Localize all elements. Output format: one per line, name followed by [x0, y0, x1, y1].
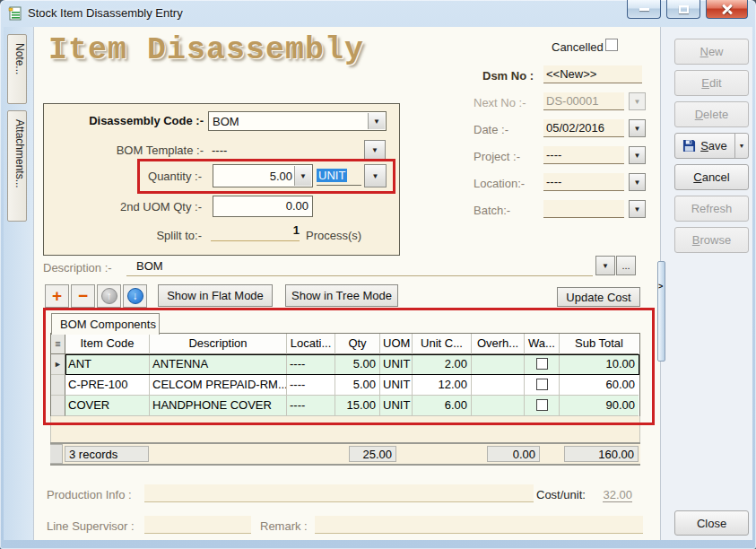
disassembly-form-panel: Disassembly Code :- BOM ▼ BOM Template :…: [43, 103, 400, 256]
disassembly-code-combo[interactable]: BOM ▼: [208, 111, 387, 131]
overhead-total: 0.00: [487, 446, 540, 462]
new-button[interactable]: New: [674, 39, 749, 65]
row-selector[interactable]: [51, 375, 65, 396]
location-field[interactable]: ----: [543, 173, 624, 191]
disassembly-code-dropdown[interactable]: ▼: [368, 113, 385, 129]
bom-template-value[interactable]: ----: [212, 144, 227, 157]
row-selector[interactable]: [51, 396, 65, 416]
table-row[interactable]: COVER HANDPHONE COVER ---- 15.00 UNIT 6.…: [51, 396, 639, 416]
date-field[interactable]: 05/02/2016: [543, 119, 624, 137]
cell-description[interactable]: HANDPHONE COVER: [150, 396, 287, 416]
col-sub-total[interactable]: Sub Total: [560, 334, 639, 354]
minimize-button[interactable]: [627, 0, 661, 19]
col-location[interactable]: Locati...: [287, 334, 335, 354]
cell-uom[interactable]: UNIT: [380, 396, 413, 416]
batch-label: Batch:-: [474, 204, 510, 217]
cell-qty[interactable]: 5.00: [335, 375, 380, 396]
move-down-button[interactable]: ↓: [123, 284, 147, 308]
cell-wastage: [525, 375, 560, 396]
cancel-button[interactable]: Cancel: [674, 164, 749, 190]
close-window-button[interactable]: [706, 0, 748, 19]
cell-sub-total[interactable]: 90.00: [560, 396, 639, 416]
save-button[interactable]: Save ▼: [674, 133, 749, 159]
save-options-dropdown[interactable]: ▼: [734, 134, 748, 158]
table-row[interactable]: C-PRE-100 CELCOM PREPAID-RM... ---- 5.00…: [51, 375, 639, 396]
wastage-checkbox[interactable]: [536, 358, 548, 370]
tab-attachments[interactable]: Attachments...: [7, 110, 27, 222]
cell-unit-cost[interactable]: 12.00: [413, 375, 472, 396]
location-dropdown[interactable]: ▼: [629, 173, 646, 191]
bom-template-dropdown[interactable]: ▼: [364, 140, 386, 160]
cell-location[interactable]: ----: [287, 396, 335, 416]
cell-item-code[interactable]: C-PRE-100: [65, 375, 150, 396]
quantity-combo[interactable]: 5.00 ▼: [213, 164, 313, 187]
cell-overhead[interactable]: [472, 396, 525, 416]
col-overhead[interactable]: Overh...: [472, 334, 525, 354]
cell-uom[interactable]: UNIT: [380, 354, 413, 375]
project-dropdown[interactable]: ▼: [629, 146, 646, 164]
show-flat-mode-button[interactable]: Show in Flat Mode: [158, 284, 273, 307]
delete-button[interactable]: Delete: [674, 101, 749, 127]
description-more-button[interactable]: ...: [616, 256, 636, 275]
title-bar[interactable]: Stock Item Disassembly Entry: [0, 0, 756, 27]
cell-item-code[interactable]: ANT: [65, 354, 150, 375]
browse-button[interactable]: Browse: [674, 227, 749, 253]
cell-location[interactable]: ----: [287, 354, 335, 375]
chevron-down-icon: ▼: [373, 118, 380, 126]
uom-dropdown[interactable]: ▼: [364, 164, 387, 187]
cell-unit-cost[interactable]: 6.00: [413, 396, 472, 416]
row-selector[interactable]: ►: [51, 354, 65, 375]
table-row[interactable]: ► ANT ANTENNA ---- 5.00 UNIT 2.00 10.00: [51, 354, 639, 375]
description-field[interactable]: BOM: [126, 257, 593, 276]
close-button[interactable]: Close: [674, 510, 749, 536]
cancelled-checkbox[interactable]: [605, 39, 618, 51]
cell-qty[interactable]: 5.00: [335, 354, 380, 375]
date-dropdown[interactable]: ▼: [629, 119, 646, 137]
cell-sub-total[interactable]: 10.00: [560, 354, 639, 375]
col-description[interactable]: Description: [150, 334, 287, 354]
dsm-no-field[interactable]: <<New>>: [543, 65, 642, 83]
split-to-value[interactable]: 1: [211, 223, 300, 241]
grid-selector-header[interactable]: ≡: [51, 334, 65, 354]
wastage-checkbox[interactable]: [536, 399, 548, 411]
minimize-icon: [639, 8, 649, 11]
maximize-button[interactable]: [666, 0, 700, 19]
description-dropdown[interactable]: ▼: [595, 256, 615, 275]
col-item-code[interactable]: Item Code: [65, 334, 150, 354]
second-uom-qty-input[interactable]: 0.00: [213, 196, 313, 217]
batch-field[interactable]: [543, 200, 624, 218]
col-qty[interactable]: Qty: [335, 334, 380, 354]
cell-location[interactable]: ----: [287, 375, 335, 396]
wastage-checkbox[interactable]: [536, 379, 548, 390]
col-wastage[interactable]: Wa...: [525, 334, 560, 354]
cell-sub-total[interactable]: 60.00: [560, 375, 639, 396]
remove-row-button[interactable]: −: [71, 284, 95, 308]
edit-button[interactable]: Edit: [674, 70, 749, 96]
batch-dropdown[interactable]: ▼: [629, 200, 646, 218]
col-unit-cost[interactable]: Unit C...: [413, 334, 472, 354]
tab-note[interactable]: Note...: [7, 34, 27, 104]
project-field[interactable]: ----: [543, 146, 624, 164]
sub-total: 160.00: [564, 446, 639, 462]
quantity-dropdown[interactable]: ▼: [294, 166, 311, 186]
tab-bom-components[interactable]: BOM Components: [51, 313, 160, 335]
cell-description[interactable]: ANTENNA: [150, 354, 287, 375]
cell-description[interactable]: CELCOM PREPAID-RM...: [150, 375, 287, 396]
cell-uom[interactable]: UNIT: [380, 375, 413, 396]
remark-input[interactable]: [315, 516, 643, 534]
cell-qty[interactable]: 15.00: [335, 396, 380, 416]
show-tree-mode-button[interactable]: Show in Tree Mode: [285, 284, 398, 307]
cell-item-code[interactable]: COVER: [65, 396, 150, 416]
panel-splitter[interactable]: >: [657, 261, 665, 362]
update-cost-button[interactable]: Update Cost: [557, 287, 640, 307]
col-uom[interactable]: UOM: [380, 334, 413, 354]
cell-unit-cost[interactable]: 2.00: [413, 354, 472, 375]
production-info-input[interactable]: [144, 484, 534, 502]
add-row-button[interactable]: +: [45, 284, 69, 308]
line-supervisor-input[interactable]: [144, 516, 251, 534]
move-up-button[interactable]: ↑: [97, 284, 121, 308]
cell-overhead[interactable]: [472, 375, 525, 396]
cell-overhead[interactable]: [472, 354, 525, 375]
uom-field[interactable]: UNIT: [317, 167, 361, 186]
refresh-button[interactable]: Refresh: [674, 196, 749, 222]
